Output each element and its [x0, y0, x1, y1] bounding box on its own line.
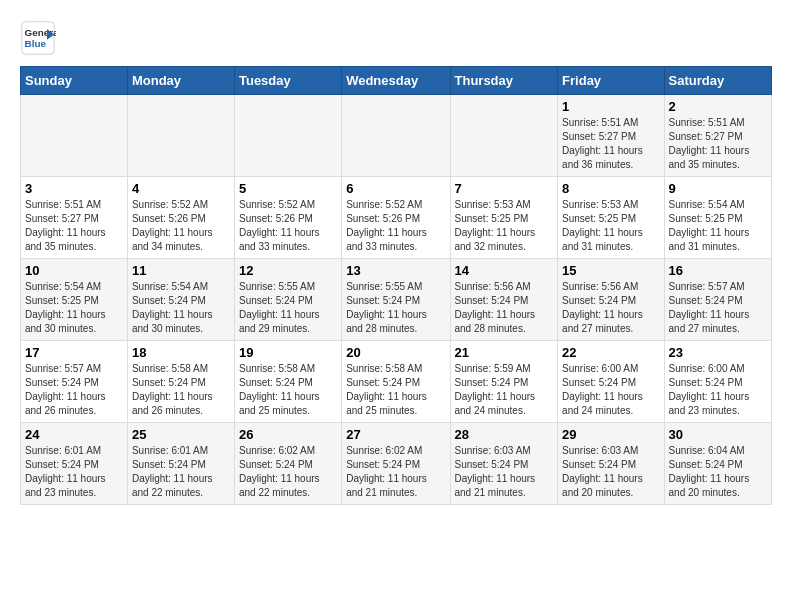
day-number: 24 — [25, 427, 123, 442]
day-info: Sunrise: 5:56 AM Sunset: 5:24 PM Dayligh… — [455, 280, 554, 336]
day-number: 10 — [25, 263, 123, 278]
day-info: Sunrise: 5:55 AM Sunset: 5:24 PM Dayligh… — [346, 280, 445, 336]
day-info: Sunrise: 5:57 AM Sunset: 5:24 PM Dayligh… — [25, 362, 123, 418]
day-info: Sunrise: 5:58 AM Sunset: 5:24 PM Dayligh… — [346, 362, 445, 418]
day-info: Sunrise: 5:57 AM Sunset: 5:24 PM Dayligh… — [669, 280, 767, 336]
day-number: 25 — [132, 427, 230, 442]
svg-text:Blue: Blue — [25, 38, 47, 49]
day-cell: 3Sunrise: 5:51 AM Sunset: 5:27 PM Daylig… — [21, 177, 128, 259]
day-info: Sunrise: 5:58 AM Sunset: 5:24 PM Dayligh… — [239, 362, 337, 418]
day-cell — [342, 95, 450, 177]
day-cell: 4Sunrise: 5:52 AM Sunset: 5:26 PM Daylig… — [127, 177, 234, 259]
day-number: 27 — [346, 427, 445, 442]
day-cell: 14Sunrise: 5:56 AM Sunset: 5:24 PM Dayli… — [450, 259, 558, 341]
day-cell: 18Sunrise: 5:58 AM Sunset: 5:24 PM Dayli… — [127, 341, 234, 423]
day-info: Sunrise: 6:00 AM Sunset: 5:24 PM Dayligh… — [562, 362, 659, 418]
week-row-1: 1Sunrise: 5:51 AM Sunset: 5:27 PM Daylig… — [21, 95, 772, 177]
day-cell: 16Sunrise: 5:57 AM Sunset: 5:24 PM Dayli… — [664, 259, 771, 341]
day-number: 29 — [562, 427, 659, 442]
day-cell — [127, 95, 234, 177]
day-cell: 27Sunrise: 6:02 AM Sunset: 5:24 PM Dayli… — [342, 423, 450, 505]
day-number: 12 — [239, 263, 337, 278]
day-info: Sunrise: 5:55 AM Sunset: 5:24 PM Dayligh… — [239, 280, 337, 336]
day-cell: 24Sunrise: 6:01 AM Sunset: 5:24 PM Dayli… — [21, 423, 128, 505]
day-cell: 17Sunrise: 5:57 AM Sunset: 5:24 PM Dayli… — [21, 341, 128, 423]
day-cell: 29Sunrise: 6:03 AM Sunset: 5:24 PM Dayli… — [558, 423, 664, 505]
weekday-header-monday: Monday — [127, 67, 234, 95]
day-number: 1 — [562, 99, 659, 114]
day-cell: 21Sunrise: 5:59 AM Sunset: 5:24 PM Dayli… — [450, 341, 558, 423]
weekday-header-sunday: Sunday — [21, 67, 128, 95]
logo: General Blue — [20, 20, 56, 56]
day-cell: 7Sunrise: 5:53 AM Sunset: 5:25 PM Daylig… — [450, 177, 558, 259]
day-cell: 19Sunrise: 5:58 AM Sunset: 5:24 PM Dayli… — [234, 341, 341, 423]
day-number: 6 — [346, 181, 445, 196]
day-cell: 30Sunrise: 6:04 AM Sunset: 5:24 PM Dayli… — [664, 423, 771, 505]
day-number: 15 — [562, 263, 659, 278]
day-number: 22 — [562, 345, 659, 360]
day-info: Sunrise: 6:02 AM Sunset: 5:24 PM Dayligh… — [346, 444, 445, 500]
calendar-table: SundayMondayTuesdayWednesdayThursdayFrid… — [20, 66, 772, 505]
week-row-5: 24Sunrise: 6:01 AM Sunset: 5:24 PM Dayli… — [21, 423, 772, 505]
day-number: 14 — [455, 263, 554, 278]
day-info: Sunrise: 6:01 AM Sunset: 5:24 PM Dayligh… — [25, 444, 123, 500]
day-number: 8 — [562, 181, 659, 196]
day-info: Sunrise: 5:53 AM Sunset: 5:25 PM Dayligh… — [562, 198, 659, 254]
day-info: Sunrise: 5:52 AM Sunset: 5:26 PM Dayligh… — [239, 198, 337, 254]
day-number: 20 — [346, 345, 445, 360]
day-number: 16 — [669, 263, 767, 278]
day-number: 5 — [239, 181, 337, 196]
day-cell: 23Sunrise: 6:00 AM Sunset: 5:24 PM Dayli… — [664, 341, 771, 423]
day-cell — [21, 95, 128, 177]
day-info: Sunrise: 5:56 AM Sunset: 5:24 PM Dayligh… — [562, 280, 659, 336]
week-row-4: 17Sunrise: 5:57 AM Sunset: 5:24 PM Dayli… — [21, 341, 772, 423]
day-cell: 12Sunrise: 5:55 AM Sunset: 5:24 PM Dayli… — [234, 259, 341, 341]
day-cell: 11Sunrise: 5:54 AM Sunset: 5:24 PM Dayli… — [127, 259, 234, 341]
day-cell: 15Sunrise: 5:56 AM Sunset: 5:24 PM Dayli… — [558, 259, 664, 341]
day-number: 23 — [669, 345, 767, 360]
day-info: Sunrise: 6:03 AM Sunset: 5:24 PM Dayligh… — [562, 444, 659, 500]
day-cell: 2Sunrise: 5:51 AM Sunset: 5:27 PM Daylig… — [664, 95, 771, 177]
day-cell: 1Sunrise: 5:51 AM Sunset: 5:27 PM Daylig… — [558, 95, 664, 177]
day-number: 18 — [132, 345, 230, 360]
day-info: Sunrise: 6:01 AM Sunset: 5:24 PM Dayligh… — [132, 444, 230, 500]
day-number: 4 — [132, 181, 230, 196]
day-info: Sunrise: 6:00 AM Sunset: 5:24 PM Dayligh… — [669, 362, 767, 418]
weekday-header-thursday: Thursday — [450, 67, 558, 95]
day-info: Sunrise: 5:54 AM Sunset: 5:25 PM Dayligh… — [669, 198, 767, 254]
day-cell — [234, 95, 341, 177]
day-cell: 13Sunrise: 5:55 AM Sunset: 5:24 PM Dayli… — [342, 259, 450, 341]
day-cell: 8Sunrise: 5:53 AM Sunset: 5:25 PM Daylig… — [558, 177, 664, 259]
day-info: Sunrise: 5:51 AM Sunset: 5:27 PM Dayligh… — [25, 198, 123, 254]
day-cell: 22Sunrise: 6:00 AM Sunset: 5:24 PM Dayli… — [558, 341, 664, 423]
day-info: Sunrise: 5:59 AM Sunset: 5:24 PM Dayligh… — [455, 362, 554, 418]
day-number: 11 — [132, 263, 230, 278]
weekday-header-wednesday: Wednesday — [342, 67, 450, 95]
day-number: 13 — [346, 263, 445, 278]
day-info: Sunrise: 6:04 AM Sunset: 5:24 PM Dayligh… — [669, 444, 767, 500]
day-cell: 26Sunrise: 6:02 AM Sunset: 5:24 PM Dayli… — [234, 423, 341, 505]
day-cell: 9Sunrise: 5:54 AM Sunset: 5:25 PM Daylig… — [664, 177, 771, 259]
day-info: Sunrise: 5:51 AM Sunset: 5:27 PM Dayligh… — [669, 116, 767, 172]
weekday-header-saturday: Saturday — [664, 67, 771, 95]
day-info: Sunrise: 6:03 AM Sunset: 5:24 PM Dayligh… — [455, 444, 554, 500]
day-number: 26 — [239, 427, 337, 442]
day-number: 30 — [669, 427, 767, 442]
day-cell: 28Sunrise: 6:03 AM Sunset: 5:24 PM Dayli… — [450, 423, 558, 505]
day-info: Sunrise: 5:51 AM Sunset: 5:27 PM Dayligh… — [562, 116, 659, 172]
day-cell: 6Sunrise: 5:52 AM Sunset: 5:26 PM Daylig… — [342, 177, 450, 259]
day-cell: 25Sunrise: 6:01 AM Sunset: 5:24 PM Dayli… — [127, 423, 234, 505]
day-info: Sunrise: 6:02 AM Sunset: 5:24 PM Dayligh… — [239, 444, 337, 500]
day-number: 21 — [455, 345, 554, 360]
day-cell: 5Sunrise: 5:52 AM Sunset: 5:26 PM Daylig… — [234, 177, 341, 259]
day-number: 28 — [455, 427, 554, 442]
header: General Blue — [20, 20, 772, 56]
weekday-header-friday: Friday — [558, 67, 664, 95]
day-number: 2 — [669, 99, 767, 114]
day-number: 17 — [25, 345, 123, 360]
day-number: 3 — [25, 181, 123, 196]
week-row-3: 10Sunrise: 5:54 AM Sunset: 5:25 PM Dayli… — [21, 259, 772, 341]
day-info: Sunrise: 5:53 AM Sunset: 5:25 PM Dayligh… — [455, 198, 554, 254]
day-cell: 10Sunrise: 5:54 AM Sunset: 5:25 PM Dayli… — [21, 259, 128, 341]
weekday-header-row: SundayMondayTuesdayWednesdayThursdayFrid… — [21, 67, 772, 95]
